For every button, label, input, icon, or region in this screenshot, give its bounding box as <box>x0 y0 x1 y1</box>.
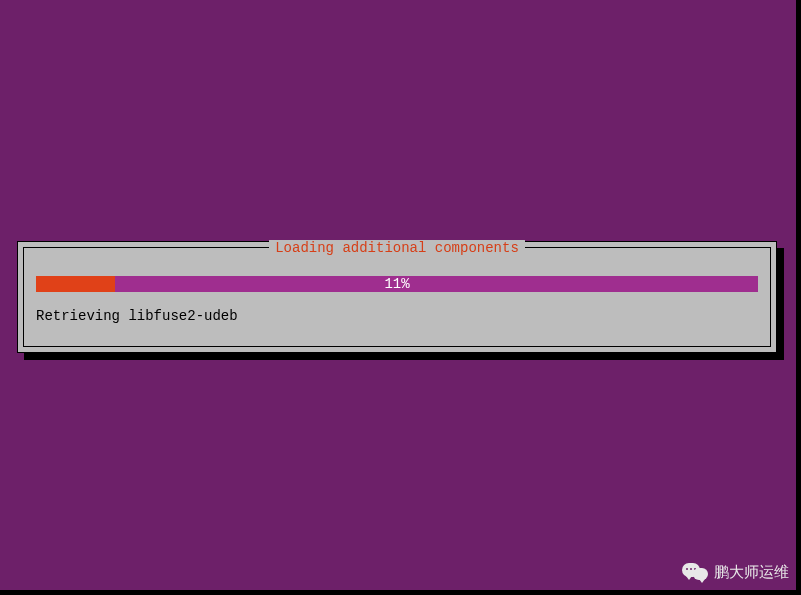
dialog-title: Loading additional components <box>269 240 525 256</box>
status-text: Retrieving libfuse2-udeb <box>36 308 238 324</box>
dialog-inner-frame: Loading additional components 11% Retrie… <box>23 247 771 347</box>
loading-dialog: Loading additional components 11% Retrie… <box>17 241 777 353</box>
watermark: 鹏大师运维 <box>682 561 789 583</box>
dialog-title-wrap: Loading additional components <box>24 240 770 256</box>
screen-bottom-border <box>0 590 801 595</box>
progress-percent-label: 11% <box>24 276 770 292</box>
watermark-text: 鹏大师运维 <box>714 563 789 582</box>
screen-right-border <box>796 0 801 595</box>
wechat-icon <box>682 561 708 583</box>
